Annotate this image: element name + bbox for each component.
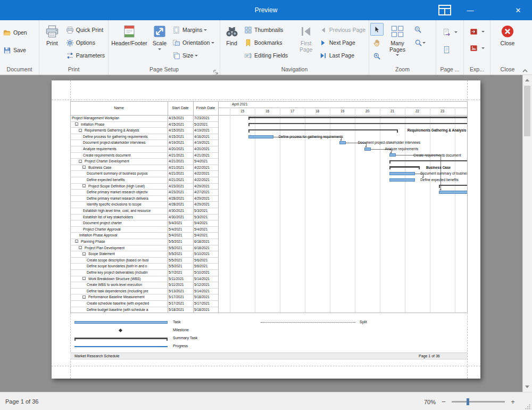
save-label: Save (13, 47, 26, 53)
scroll-thumb[interactable] (524, 86, 530, 136)
zoom-out-slider-button[interactable]: − (440, 398, 447, 406)
task-finish-cell: 5/3/2021 (194, 214, 218, 220)
editing-fields-button[interactable]: Editing Fields (242, 49, 295, 62)
task-finish-cell: 5/10/2021 (194, 269, 218, 276)
quick-print-button[interactable]: Quick Print (64, 23, 107, 36)
hand-tool-button[interactable] (370, 36, 384, 49)
many-pages-label: Many Pages (387, 40, 408, 53)
summary-bar (439, 185, 467, 186)
task-name-cell: Identify specific exclusions to scope (70, 201, 168, 208)
resize-grip[interactable] (525, 404, 530, 409)
send-document-button[interactable] (468, 42, 487, 54)
expand-collapse-box: - (75, 240, 78, 243)
group-label-page-setup: Page Setup (109, 65, 220, 75)
close-preview-button[interactable]: Close (494, 21, 521, 65)
task-name-cell: Document project charter (70, 220, 168, 226)
scroll-down-arrow[interactable] (525, 386, 529, 388)
task-start-cell: 5/17/2021 (169, 294, 193, 300)
previous-page-button[interactable]: Previous Page (317, 23, 368, 36)
margins-dropdown-icon (204, 29, 207, 31)
bar-label: Create requirements document (413, 153, 461, 160)
orientation-label: Orientation (182, 39, 210, 46)
preview-window: Preview — ✕ Open Save Document Print (0, 0, 532, 410)
thumbnails-button[interactable]: Thumbnails (242, 23, 295, 36)
task-finish-cell: 5/10/2021 (194, 251, 218, 257)
zoom-in-slider-button[interactable]: + (510, 398, 516, 406)
timeline-day-label: 16 (255, 108, 280, 115)
options-button[interactable]: Options (64, 36, 107, 49)
print-button[interactable]: Print (40, 21, 64, 65)
task-name-cell: Define primary market research objectiv (70, 189, 168, 195)
close-preview-label: Close (501, 40, 515, 47)
header-footer-icon (122, 24, 136, 38)
task-start-cell: 4/15/2021 (169, 115, 193, 121)
timeline-day-label: 20 (355, 108, 380, 115)
ribbon-display-options-button[interactable] (436, 0, 453, 20)
send-dropdown-icon (481, 47, 485, 49)
bookmarks-button[interactable]: Bookmarks (242, 36, 295, 49)
page-setup-dialog-launcher[interactable] (213, 68, 219, 73)
task-finish-cell: 5/4/2021 (194, 220, 218, 226)
margin-guide (52, 100, 480, 100)
gantt-chart-area: Requirements Gathering & AnalysisDefine … (218, 115, 467, 313)
margins-label: Margins (182, 27, 202, 33)
many-pages-button[interactable]: Many Pages (384, 21, 411, 65)
summary-bar-end (419, 166, 420, 169)
find-button[interactable]: Find (221, 21, 242, 65)
orientation-button[interactable]: Orientation (170, 36, 217, 49)
expand-collapse-box: - (79, 246, 82, 249)
task-start-cell: 5/4/2021 (169, 232, 193, 239)
next-page-button[interactable]: Next Page (317, 36, 368, 49)
options-label: Options (76, 39, 95, 46)
ribbon-group-print: Print Quick Print Options Parameters Pri… (39, 20, 109, 75)
first-page-button[interactable]: First Page (295, 21, 317, 65)
summary-bar (248, 129, 398, 131)
mouse-pointer-button[interactable] (370, 23, 384, 36)
close-icon: ✕ (516, 6, 521, 14)
task-finish-cell: 5/14/2021 (194, 288, 218, 294)
report-page: NameStart DateFinish DateApril 202115161… (52, 80, 480, 379)
task-name-cell: Analyze requirements (70, 146, 168, 152)
task-name-cell: Project Charter Development (70, 158, 168, 165)
task-bar (248, 135, 273, 138)
last-page-button[interactable]: Last Page (317, 49, 368, 62)
next-page-icon (319, 39, 327, 47)
vertical-scrollbar[interactable] (522, 75, 532, 392)
page-color-button[interactable] (440, 43, 460, 56)
legend-summary-swatch (167, 338, 168, 341)
size-dropdown-icon (195, 55, 198, 56)
task-start-cell: 5/17/2021 (169, 300, 193, 307)
minimize-button[interactable]: — (462, 0, 479, 20)
hand-icon (373, 39, 381, 47)
zoom-slider[interactable] (452, 401, 505, 403)
export-document-button[interactable] (468, 25, 487, 38)
task-start-cell: 4/20/2021 (169, 146, 193, 152)
zoom-slider-thumb[interactable] (467, 398, 469, 405)
scale-button[interactable]: Scale (149, 21, 170, 65)
header-footer-button[interactable]: Header/Footer (110, 21, 149, 65)
summary-bar-end (389, 160, 390, 163)
task-finish-cell: 5/4/2021 (194, 226, 218, 233)
zoom-in-icon (373, 52, 381, 60)
zoom-dropdown-button[interactable] (411, 36, 428, 49)
parameters-button[interactable]: Parameters (64, 49, 107, 62)
expand-collapse-box: - (79, 129, 82, 132)
task-finish-cell: 4/19/2021 (194, 127, 218, 134)
close-window-button[interactable]: ✕ (510, 0, 527, 20)
zoom-out-button[interactable] (411, 23, 425, 36)
size-button[interactable]: Size (170, 49, 217, 62)
summary-bar-end (439, 185, 440, 188)
column-header-start: Start Date (168, 101, 193, 115)
scroll-up-arrow[interactable] (525, 79, 529, 81)
save-button[interactable]: Save (1, 44, 29, 56)
task-start-cell: 5/13/2021 (169, 288, 193, 294)
collapse-ribbon-button[interactable] (521, 67, 529, 73)
bar-label: Document project-stakeholder interviews (358, 141, 420, 147)
watermark-button[interactable] (440, 26, 460, 38)
expand-collapse-box: - (82, 166, 86, 169)
task-start-cell: 4/21/2021 (169, 170, 193, 177)
zoom-in-button[interactable] (370, 50, 384, 62)
group-label-document: Document (0, 65, 39, 75)
open-button[interactable]: Open (1, 26, 29, 39)
margins-button[interactable]: Margins (170, 23, 217, 36)
